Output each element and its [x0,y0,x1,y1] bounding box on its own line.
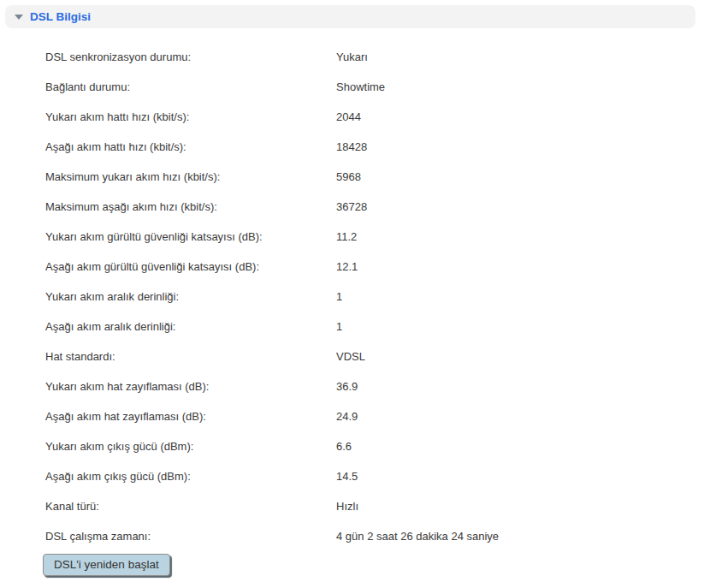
info-row: Aşağı akım hattı hızı (kbit/s):18428 [45,132,710,162]
row-value: 4 gün 2 saat 26 dakika 24 saniye [336,530,710,543]
row-value: 36.9 [336,380,710,393]
collapse-triangle-down-icon [15,15,23,20]
info-row: DSL senkronizasyon durumu:Yukarı [45,42,710,72]
row-label: Yukarı akım gürültü güvenliği katsayısı … [45,230,336,243]
row-label: Aşağı akım çıkış gücü (dBm): [45,470,336,483]
row-value: 24.9 [336,410,710,423]
row-label: Aşağı akım gürültü güvenliği katsayısı (… [45,260,336,273]
row-value: 12.1 [336,260,710,273]
row-value: Yukarı [336,50,710,63]
row-label: Kanal türü: [45,500,336,513]
info-row: Kanal türü:Hızlı [45,491,710,521]
dsl-info-rows: DSL senkronizasyon durumu:YukarıBağlantı… [0,28,710,551]
row-value: VDSL [336,350,710,363]
info-row: Bağlantı durumu:Showtime [45,72,710,102]
info-row: Yukarı akım gürültü güvenliği katsayısı … [45,222,710,252]
info-row: Aşağı akım gürültü güvenliği katsayısı (… [45,252,710,282]
dsl-info-section-header[interactable]: DSL Bilgisi [5,5,695,28]
row-label: DSL senkronizasyon durumu: [45,50,336,63]
row-value: 1 [336,320,710,333]
info-row: Aşağı akım çıkış gücü (dBm):14.5 [45,461,710,491]
row-label: Aşağı akım aralık derinliği: [45,320,336,333]
row-value: Showtime [336,80,710,93]
row-label: Maksimum aşağı akım hızı (kbit/s): [45,200,336,213]
row-value: 18428 [336,140,710,153]
info-row: Yukarı akım hat zayıflaması (dB):36.9 [45,371,710,401]
row-label: Aşağı akım hattı hızı (kbit/s): [45,140,336,153]
row-value: 2044 [336,110,710,123]
info-row: Maksimum yukarı akım hızı (kbit/s):5968 [45,162,710,192]
info-row: Hat standardı:VDSL [45,342,710,371]
info-row: Aşağı akım hat zayıflaması (dB):24.9 [45,401,710,431]
row-value: 36728 [336,200,710,213]
row-label: Bağlantı durumu: [45,80,336,93]
row-label: Yukarı akım hattı hızı (kbit/s): [45,110,336,123]
row-label: DSL çalışma zamanı: [45,530,336,543]
row-label: Maksimum yukarı akım hızı (kbit/s): [45,170,336,183]
restart-dsl-button[interactable]: DSL'i yeniden başlat [43,554,170,576]
dsl-info-panel: DSL Bilgisi DSL senkronizasyon durumu:Yu… [0,5,710,588]
info-row: DSL çalışma zamanı:4 gün 2 saat 26 dakik… [45,521,710,551]
row-label: Yukarı akım aralık derinliği: [45,290,336,303]
row-label: Yukarı akım hat zayıflaması (dB): [45,380,336,393]
info-row: Maksimum aşağı akım hızı (kbit/s):36728 [45,192,710,222]
row-value: 1 [336,290,710,303]
row-value: 14.5 [336,470,710,483]
row-value: 11.2 [336,230,710,243]
info-row: Yukarı akım aralık derinliği:1 [45,282,710,312]
row-value: Hızlı [336,500,710,513]
row-label: Yukarı akım çıkış gücü (dBm): [45,440,336,453]
row-label: Hat standardı: [45,350,336,363]
info-row: Yukarı akım hattı hızı (kbit/s):2044 [45,102,710,132]
panel-title: DSL Bilgisi [30,10,91,23]
row-label: Aşağı akım hat zayıflaması (dB): [45,410,336,423]
info-row: Yukarı akım çıkış gücü (dBm):6.6 [45,431,710,461]
row-value: 5968 [336,170,710,183]
info-row: Aşağı akım aralık derinliği:1 [45,312,710,342]
row-value: 6.6 [336,440,710,453]
